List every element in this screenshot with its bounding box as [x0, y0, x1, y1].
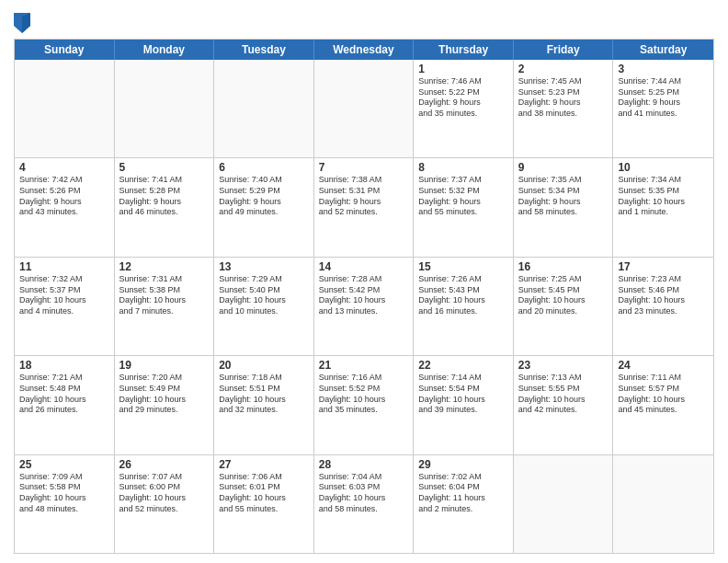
- cell-info-line: and 10 minutes.: [219, 306, 309, 317]
- cal-cell: 3Sunrise: 7:44 AMSunset: 5:25 PMDaylight…: [613, 60, 713, 157]
- cell-info-line: and 39 minutes.: [418, 405, 508, 416]
- cal-cell: [214, 60, 314, 157]
- cell-info-line: Sunset: 5:58 PM: [19, 482, 109, 493]
- cell-info-line: Sunrise: 7:46 AM: [418, 76, 508, 87]
- cell-info-line: Daylight: 10 hours: [219, 493, 309, 504]
- cell-info-line: and 55 minutes.: [418, 207, 508, 218]
- cell-info-line: Sunrise: 7:40 AM: [219, 175, 309, 186]
- cell-info-line: Daylight: 9 hours: [418, 98, 508, 109]
- cell-info-line: Sunset: 6:04 PM: [418, 482, 508, 493]
- cal-cell: 24Sunrise: 7:11 AMSunset: 5:57 PMDayligh…: [613, 356, 713, 454]
- cell-info-line: Sunrise: 7:38 AM: [319, 175, 409, 186]
- cal-cell: 9Sunrise: 7:35 AMSunset: 5:34 PMDaylight…: [514, 158, 614, 256]
- header-day-saturday: Saturday: [613, 40, 713, 60]
- cell-info-line: Daylight: 9 hours: [119, 197, 210, 208]
- cell-info-line: and 48 minutes.: [19, 504, 109, 515]
- cell-info-line: and 43 minutes.: [19, 207, 109, 218]
- cal-week-2: 11Sunrise: 7:32 AMSunset: 5:37 PMDayligh…: [15, 258, 713, 356]
- cell-info-line: Sunset: 5:43 PM: [418, 285, 508, 296]
- day-number: 6: [219, 161, 309, 174]
- cell-info-line: and 32 minutes.: [219, 405, 309, 416]
- cell-info-line: Sunrise: 7:09 AM: [19, 472, 109, 483]
- cell-info-line: Sunset: 6:03 PM: [319, 482, 409, 493]
- day-number: 3: [618, 63, 709, 75]
- cell-info-line: and 29 minutes.: [119, 405, 210, 416]
- cal-week-0: 1Sunrise: 7:46 AMSunset: 5:22 PMDaylight…: [15, 60, 713, 158]
- cal-cell: 1Sunrise: 7:46 AMSunset: 5:22 PMDaylight…: [414, 60, 514, 157]
- cell-info-line: and 45 minutes.: [618, 405, 709, 416]
- cell-info-line: and 4 minutes.: [19, 306, 109, 317]
- cell-info-line: Sunrise: 7:02 AM: [418, 472, 508, 483]
- cell-info-line: Sunrise: 7:07 AM: [119, 472, 210, 483]
- day-number: 28: [319, 458, 409, 471]
- cell-info-line: and 16 minutes.: [418, 306, 508, 317]
- cell-info-line: Sunrise: 7:25 AM: [518, 274, 609, 285]
- cell-info-line: Sunrise: 7:28 AM: [319, 274, 409, 285]
- cal-cell: [314, 60, 415, 157]
- cell-info-line: Daylight: 10 hours: [618, 295, 709, 306]
- cal-cell: 17Sunrise: 7:23 AMSunset: 5:46 PMDayligh…: [613, 258, 713, 355]
- cal-cell: 19Sunrise: 7:20 AMSunset: 5:49 PMDayligh…: [115, 356, 215, 454]
- cell-info-line: Sunset: 5:49 PM: [119, 384, 210, 395]
- cell-info-line: and 2 minutes.: [418, 504, 508, 515]
- header-day-thursday: Thursday: [414, 40, 514, 60]
- day-number: 14: [319, 260, 409, 273]
- cell-info-line: Daylight: 10 hours: [19, 295, 109, 306]
- cell-info-line: Sunrise: 7:11 AM: [618, 373, 709, 384]
- cell-info-line: Daylight: 10 hours: [518, 295, 609, 306]
- cell-info-line: and 49 minutes.: [219, 207, 309, 218]
- day-number: 8: [418, 161, 508, 174]
- day-number: 25: [19, 458, 109, 471]
- cell-info-line: Sunset: 5:28 PM: [119, 186, 210, 197]
- cal-cell: 28Sunrise: 7:04 AMSunset: 6:03 PMDayligh…: [314, 455, 415, 553]
- cell-info-line: Sunset: 5:51 PM: [219, 384, 309, 395]
- cell-info-line: Sunrise: 7:45 AM: [518, 76, 609, 87]
- header: [14, 9, 714, 33]
- cell-info-line: Sunset: 6:00 PM: [119, 482, 210, 493]
- cell-info-line: and 55 minutes.: [219, 504, 309, 515]
- cell-info-line: Sunrise: 7:21 AM: [19, 373, 109, 384]
- cell-info-line: Daylight: 10 hours: [618, 395, 709, 406]
- cell-info-line: Sunrise: 7:37 AM: [418, 175, 508, 186]
- page: SundayMondayTuesdayWednesdayThursdayFrid…: [0, 0, 728, 563]
- cell-info-line: Daylight: 10 hours: [518, 395, 609, 406]
- cell-info-line: Daylight: 9 hours: [319, 197, 409, 208]
- cell-info-line: Sunset: 5:54 PM: [418, 384, 508, 395]
- cell-info-line: Sunrise: 7:16 AM: [319, 373, 409, 384]
- cell-info-line: Sunset: 5:38 PM: [119, 285, 210, 296]
- cell-info-line: Sunset: 5:45 PM: [518, 285, 609, 296]
- header-day-tuesday: Tuesday: [214, 40, 314, 60]
- cell-info-line: Daylight: 10 hours: [19, 493, 109, 504]
- day-number: 1: [418, 63, 508, 75]
- cal-week-3: 18Sunrise: 7:21 AMSunset: 5:48 PMDayligh…: [15, 356, 713, 454]
- cal-cell: 15Sunrise: 7:26 AMSunset: 5:43 PMDayligh…: [414, 258, 514, 355]
- cell-info-line: Sunrise: 7:13 AM: [518, 373, 609, 384]
- cal-cell: [613, 455, 713, 553]
- cal-cell: 13Sunrise: 7:29 AMSunset: 5:40 PMDayligh…: [214, 258, 314, 355]
- cell-info-line: Sunset: 5:34 PM: [518, 186, 609, 197]
- cal-cell: 4Sunrise: 7:42 AMSunset: 5:26 PMDaylight…: [15, 158, 115, 256]
- cell-info-line: Sunset: 5:25 PM: [618, 87, 709, 98]
- cell-info-line: and 7 minutes.: [119, 306, 210, 317]
- day-number: 13: [219, 260, 309, 273]
- day-number: 27: [219, 458, 309, 471]
- cal-cell: 29Sunrise: 7:02 AMSunset: 6:04 PMDayligh…: [414, 455, 514, 553]
- header-day-sunday: Sunday: [15, 40, 115, 60]
- day-number: 11: [19, 260, 109, 273]
- cell-info-line: and 41 minutes.: [618, 109, 709, 120]
- cell-info-line: Sunrise: 7:44 AM: [618, 76, 709, 87]
- cell-info-line: Sunrise: 7:26 AM: [418, 274, 508, 285]
- day-number: 16: [518, 260, 609, 273]
- cal-cell: 12Sunrise: 7:31 AMSunset: 5:38 PMDayligh…: [115, 258, 215, 355]
- day-number: 7: [319, 161, 409, 174]
- cal-cell: 27Sunrise: 7:06 AMSunset: 6:01 PMDayligh…: [214, 455, 314, 553]
- cal-cell: 25Sunrise: 7:09 AMSunset: 5:58 PMDayligh…: [15, 455, 115, 553]
- cal-cell: 11Sunrise: 7:32 AMSunset: 5:37 PMDayligh…: [15, 258, 115, 355]
- cell-info-line: Sunrise: 7:06 AM: [219, 472, 309, 483]
- cell-info-line: Sunset: 5:35 PM: [618, 186, 709, 197]
- cell-info-line: and 58 minutes.: [319, 504, 409, 515]
- cell-info-line: Daylight: 10 hours: [119, 493, 210, 504]
- cell-info-line: Sunset: 5:42 PM: [319, 285, 409, 296]
- cell-info-line: Sunrise: 7:14 AM: [418, 373, 508, 384]
- cal-cell: 21Sunrise: 7:16 AMSunset: 5:52 PMDayligh…: [314, 356, 415, 454]
